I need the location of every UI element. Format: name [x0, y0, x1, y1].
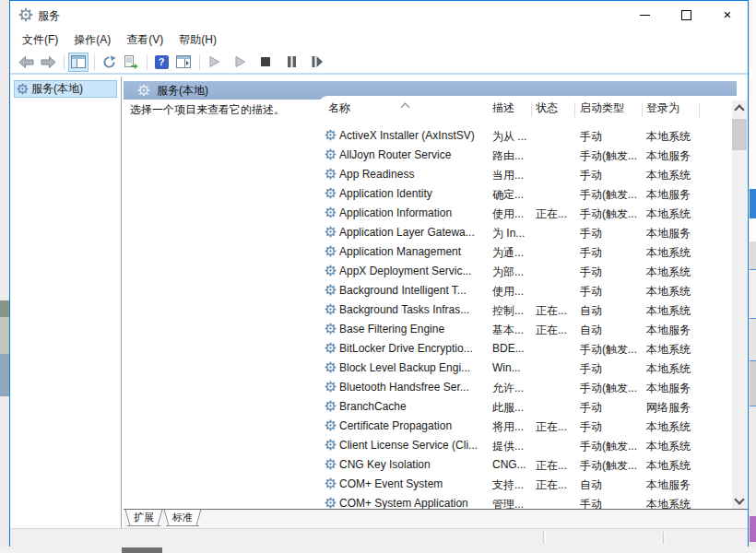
cell-startup: 手动: [580, 361, 644, 377]
service-gear-icon: [325, 400, 337, 412]
table-row[interactable]: Block Level Backup Engi...Win...手动本地系统: [319, 359, 730, 378]
table-row[interactable]: AppX Deployment Servic...为部...手动本地系统: [319, 262, 730, 281]
service-gear-icon: [325, 439, 337, 451]
cell-name: CNG Key Isolation: [339, 458, 490, 471]
cell-name: Background Tasks Infras...: [339, 303, 490, 316]
refresh-button[interactable]: [99, 53, 119, 72]
console-tree-toggle-button[interactable]: [68, 53, 89, 72]
service-gear-icon: [325, 265, 337, 276]
cell-name: BranchCache: [339, 400, 490, 413]
menu-bar: 文件(F)操作(A)查看(V)帮助(H): [10, 29, 748, 51]
service-gear-icon: [325, 206, 337, 218]
scrollbar-thumb[interactable]: [732, 119, 747, 150]
table-row[interactable]: Application Layer Gatewa...为 In...手动本地服务: [319, 223, 730, 242]
tree-item-services-local[interactable]: 服务(本地): [14, 80, 117, 98]
start-service-button[interactable]: [204, 53, 224, 72]
cell-desc: 此服...: [492, 400, 534, 416]
help-icon: ?: [155, 55, 169, 69]
title-bar[interactable]: 服务 ×: [10, 1, 748, 29]
cell-status: 正在...: [536, 323, 578, 338]
table-row[interactable]: Base Filtering Engine基本...正在...自动本地服务: [319, 320, 730, 339]
panel-header-title: 服务(本地): [157, 83, 208, 99]
column-separator[interactable]: [699, 102, 700, 117]
table-row[interactable]: Application Identity确定...手动(触发...本地服务: [319, 184, 730, 204]
vertical-scrollbar[interactable]: [732, 100, 747, 509]
column-separator[interactable]: [531, 102, 532, 117]
column-separator[interactable]: [642, 102, 643, 117]
scroll-up-button[interactable]: [732, 100, 747, 116]
cell-startup: 手动: [580, 265, 644, 280]
cell-logon: 本地服务: [646, 148, 702, 164]
cell-logon: 本地系统: [646, 265, 702, 280]
maximize-button[interactable]: [670, 1, 702, 29]
table-row[interactable]: Application Information使用...正在...手动(触发..…: [319, 204, 730, 223]
services-header-icon: [137, 84, 150, 97]
table-row[interactable]: COM+ Event System支持...正在...自动本地服务: [319, 475, 730, 494]
action-pane-toggle-button[interactable]: [173, 53, 194, 72]
service-gear-icon: [325, 361, 337, 373]
help-button[interactable]: ?: [151, 53, 171, 72]
column-header-4[interactable]: 登录为: [646, 100, 698, 119]
scroll-down-button[interactable]: [732, 493, 747, 509]
table-row[interactable]: BranchCache此服...手动网络服务: [319, 397, 730, 417]
close-button[interactable]: ×: [712, 1, 743, 29]
forward-button[interactable]: [38, 53, 58, 72]
cell-startup: 手动: [580, 400, 644, 416]
toolbar: ?: [10, 51, 748, 75]
column-header-2[interactable]: 状态: [536, 100, 573, 119]
table-row[interactable]: Background Tasks Infras...控制...正在...自动本地…: [319, 300, 730, 320]
desktop-background-fragment: [750, 270, 756, 319]
menu-item-2[interactable]: 查看(V): [122, 30, 168, 50]
cell-name: BitLocker Drive Encryptio...: [339, 342, 490, 355]
services-window: 服务 × 文件(F)操作(A)查看(V)帮助(H): [9, 0, 749, 547]
service-gear-icon: [325, 477, 337, 489]
stop-icon: [260, 56, 271, 67]
table-row[interactable]: BitLocker Drive Encryptio...BDE...手动(触发.…: [319, 339, 730, 359]
desktop-background-fragment: [122, 547, 162, 553]
cell-startup: 手动(触发...: [580, 458, 644, 474]
table-row[interactable]: CNG Key IsolationCNG...正在...手动(触发...本地系统: [319, 455, 730, 475]
menu-item-0[interactable]: 文件(F): [18, 30, 63, 50]
service-gear-icon: [325, 284, 337, 296]
table-row[interactable]: Application Management为通...手动本地系统: [319, 242, 730, 262]
desktop-background-fragment: [750, 189, 756, 218]
cell-desc: 路由...: [492, 148, 534, 164]
column-header-0[interactable]: 名称: [328, 100, 485, 119]
column-separator[interactable]: [574, 102, 575, 117]
service-gear-icon: [325, 303, 337, 315]
table-row[interactable]: App Readiness当用...手动本地系统: [319, 165, 730, 184]
table-row[interactable]: AllJoyn Router Service路由...手动(触发...本地服务: [319, 146, 730, 165]
stop-service-button[interactable]: [255, 53, 276, 72]
table-row[interactable]: COM+ System Application管理...手动本地系统: [319, 494, 730, 509]
cell-desc: 使用...: [492, 284, 534, 300]
desktop-background-fragment: [750, 241, 756, 270]
cell-status: 正在...: [536, 458, 578, 474]
cell-logon: 本地系统: [646, 284, 702, 300]
cell-logon: 本地服务: [646, 187, 702, 203]
export-list-button[interactable]: [121, 53, 141, 72]
tab-0[interactable]: 扩展: [127, 510, 160, 526]
column-header-1[interactable]: 描述: [492, 100, 529, 119]
cell-startup: 手动(触发...: [580, 206, 644, 222]
table-row[interactable]: ActiveX Installer (AxInstSV)为从 ...手动本地系统: [319, 126, 730, 146]
cell-desc: 提供...: [492, 439, 534, 454]
menu-item-3[interactable]: 帮助(H): [174, 30, 221, 50]
cell-logon: 网络服务: [646, 400, 702, 416]
restart-service-button[interactable]: [307, 53, 327, 72]
column-header-3[interactable]: 启动类型: [580, 100, 639, 119]
desktop-background-fragment: [750, 0, 756, 189]
menu-item-1[interactable]: 操作(A): [69, 30, 115, 50]
table-row[interactable]: Certificate Propagation将用...正在...手动本地系统: [319, 417, 730, 436]
tab-1[interactable]: 标准: [166, 510, 199, 526]
table-row[interactable]: Bluetooth Handsfree Ser...允许...手动(触发...本…: [319, 378, 730, 397]
desktop-background-fragment: [0, 300, 9, 317]
table-row[interactable]: Background Intelligent T...使用...手动本地系统: [319, 281, 730, 300]
toolbar-separator: [64, 54, 65, 70]
cell-desc: BDE...: [492, 342, 534, 355]
back-button[interactable]: [16, 53, 36, 72]
status-bar: [10, 528, 748, 547]
minimize-button[interactable]: [629, 1, 660, 29]
table-row[interactable]: Client License Service (Cli...提供...手动(触发…: [319, 436, 730, 455]
pause-service-button[interactable]: [281, 53, 301, 72]
resume-service-button[interactable]: [230, 53, 250, 72]
